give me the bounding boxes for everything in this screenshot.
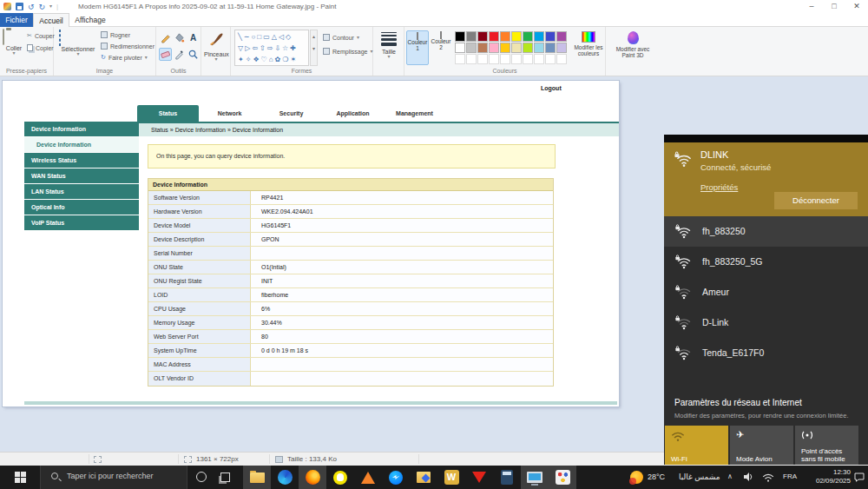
- mobile-hotspot-tile[interactable]: Point d'accès sans fil mobile: [795, 426, 858, 465]
- qat-dropdown-icon[interactable]: ▾: [49, 4, 52, 9]
- palette-swatch[interactable]: [489, 31, 499, 42]
- magnifier-tool[interactable]: [187, 48, 200, 61]
- paste-button[interactable]: Coller ▾: [3, 30, 25, 56]
- tab-fichier[interactable]: Fichier: [0, 13, 33, 27]
- snapchat-taskbar-button[interactable]: [326, 466, 354, 489]
- task-view-button[interactable]: [220, 472, 230, 482]
- shapes-scrollbar[interactable]: ▴ ▾: [310, 30, 318, 66]
- language-indicator[interactable]: FRA: [783, 472, 797, 480]
- palette-swatch[interactable]: [534, 43, 544, 53]
- file-explorer-taskbar-button[interactable]: [243, 466, 271, 489]
- action-center-icon[interactable]: [854, 472, 865, 482]
- vlc-taskbar-button[interactable]: [354, 466, 382, 489]
- save-icon[interactable]: [16, 3, 23, 10]
- paint-taskbar-button[interactable]: [549, 466, 576, 489]
- sidebar-subitem-device-information[interactable]: Device Information: [24, 137, 139, 152]
- edge-taskbar-button[interactable]: [271, 466, 299, 489]
- wifi-toggle-tile[interactable]: Wi-Fi: [665, 426, 728, 465]
- shapes-scroll-down-icon[interactable]: ▾: [311, 43, 317, 55]
- size-button[interactable]: Taille ▾: [377, 32, 401, 59]
- palette-empty-swatch[interactable]: [511, 54, 522, 64]
- rotate-dropdown-icon[interactable]: ▾: [145, 56, 148, 60]
- display-app-taskbar-button[interactable]: [521, 466, 549, 489]
- network-item[interactable]: fh_883250: [664, 216, 868, 247]
- size-dropdown-icon[interactable]: ▾: [377, 55, 401, 59]
- palette-empty-swatch[interactable]: [477, 54, 488, 64]
- clock[interactable]: 12:30 02/09/2025: [800, 468, 851, 486]
- network-item[interactable]: fh_883250_5G: [664, 247, 868, 277]
- outline-dropdown-icon[interactable]: ▾: [357, 36, 359, 40]
- close-button[interactable]: ✕: [845, 0, 868, 13]
- copy-button[interactable]: Copier: [27, 44, 54, 51]
- paint3d-button[interactable]: Modifier avec Paint 3D: [610, 31, 655, 58]
- eraser-tool[interactable]: [159, 48, 172, 61]
- router-tab-status[interactable]: Status: [137, 105, 199, 122]
- palette-empty-swatch[interactable]: [500, 54, 510, 64]
- pencil-tool[interactable]: [159, 31, 172, 44]
- notes-taskbar-button[interactable]: [410, 466, 437, 489]
- tab-affichage[interactable]: Affichage: [69, 13, 111, 27]
- cut-button[interactable]: ✂ Couper: [27, 32, 55, 39]
- palette-empty-swatch[interactable]: [545, 54, 556, 64]
- palette-empty-swatch[interactable]: [455, 54, 465, 64]
- palette-swatch[interactable]: [466, 31, 477, 42]
- palette-swatch[interactable]: [511, 43, 522, 53]
- palette-swatch[interactable]: [523, 31, 533, 42]
- sidebar-item-wireless-status[interactable]: Wireless Status: [24, 153, 139, 168]
- shapes-scroll-up-icon[interactable]: ▴: [311, 30, 317, 43]
- messenger-taskbar-button[interactable]: [382, 466, 410, 489]
- weather-condition[interactable]: مشمس غالبا: [679, 472, 720, 481]
- tray-chevron-up-icon[interactable]: ∧: [727, 472, 733, 480]
- palette-empty-swatch[interactable]: [523, 54, 533, 64]
- brushes-dropdown-icon[interactable]: ▾: [204, 57, 228, 62]
- palette-swatch[interactable]: [466, 43, 477, 53]
- maximize-button[interactable]: □: [823, 0, 845, 13]
- palette-swatch[interactable]: [455, 43, 465, 53]
- router-tab-management[interactable]: Management: [384, 105, 445, 122]
- resize-button[interactable]: Redimensionner: [101, 43, 155, 50]
- palette-empty-swatch[interactable]: [466, 54, 477, 64]
- palette-swatch[interactable]: [556, 31, 567, 42]
- properties-link[interactable]: Propriétés: [700, 182, 738, 192]
- weather-temperature[interactable]: 28°C: [648, 472, 665, 481]
- network-settings-link[interactable]: Paramètres du réseau et Internet: [674, 398, 802, 407]
- router-tab-application[interactable]: Application: [322, 105, 384, 122]
- weather-icon[interactable]: [630, 471, 643, 484]
- speaker-icon[interactable]: [743, 472, 753, 481]
- fill-shape-button[interactable]: Remplissage ▾: [323, 48, 372, 55]
- shapes-gallery[interactable]: ╲∼○□▭△◁◇ ▽▷⇦⇧⇨⇩☆✚ ✦✧❖♡⌂✿❍✶: [234, 30, 309, 66]
- router-tab-security[interactable]: Security: [260, 105, 322, 122]
- acrobat-taskbar-button[interactable]: [465, 466, 493, 489]
- select-button[interactable]: Sélectionner ▾: [59, 30, 97, 56]
- network-item[interactable]: Tenda_E617F0: [664, 338, 868, 368]
- palette-swatch[interactable]: [556, 43, 567, 53]
- network-item[interactable]: D-Link: [664, 307, 868, 338]
- outline-button[interactable]: Contour ▾: [323, 34, 359, 41]
- fill-tool[interactable]: [173, 31, 186, 44]
- rotate-button[interactable]: ↻ Faire pivoter ▾: [101, 54, 148, 61]
- tray-wifi-icon[interactable]: [762, 472, 774, 482]
- color2-button[interactable]: Couleur 2: [430, 30, 452, 65]
- palette-swatch[interactable]: [455, 31, 465, 42]
- palette-swatch[interactable]: [545, 31, 556, 42]
- palette-swatch[interactable]: [500, 31, 510, 42]
- sidebar-item-device-information[interactable]: Device Information: [24, 122, 139, 136]
- select-dropdown-icon[interactable]: ▾: [59, 52, 97, 56]
- airplane-mode-tile[interactable]: ✈ Mode Avion: [730, 426, 793, 465]
- palette-swatch[interactable]: [477, 43, 488, 53]
- palette-empty-swatch[interactable]: [489, 54, 499, 64]
- undo-icon[interactable]: ↺: [28, 3, 35, 11]
- palette-swatch[interactable]: [477, 31, 488, 42]
- palette-swatch[interactable]: [534, 31, 544, 42]
- tab-accueil[interactable]: Accueil: [33, 13, 69, 27]
- taskbar-search[interactable]: Taper ici pour rechercher: [40, 466, 187, 489]
- text-tool[interactable]: A: [187, 31, 200, 44]
- start-button[interactable]: [0, 466, 40, 489]
- palette-empty-swatch[interactable]: [556, 54, 567, 64]
- calculator-taskbar-button[interactable]: [493, 466, 521, 489]
- minimize-button[interactable]: –: [800, 0, 823, 13]
- logout-link[interactable]: Logout: [541, 85, 562, 91]
- w-app-taskbar-button[interactable]: W: [437, 466, 465, 489]
- palette-swatch[interactable]: [511, 31, 522, 42]
- router-tab-network[interactable]: Network: [199, 105, 260, 122]
